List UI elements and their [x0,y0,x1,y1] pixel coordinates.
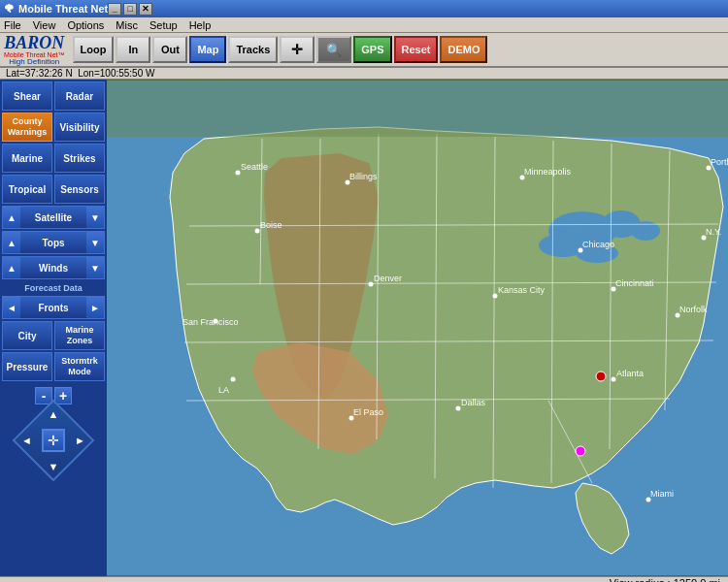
satellite-label: Satellite [20,212,86,223]
sidebar-row-1: Shear Radar [2,81,105,111]
maximize-button[interactable]: □ [123,3,137,16]
winds-next-button[interactable]: ▼ [86,257,104,278]
title-bar: 🌪 Mobile Threat Net _ □ ✕ [0,0,728,17]
sidebar-row-city: City MarineZones [2,321,105,350]
satellite-row: ▲ Satellite ▼ [2,206,105,229]
nav-center-button[interactable]: ✛ [42,429,65,452]
minimize-button[interactable]: _ [108,3,121,16]
fronts-control: ◄ Fronts ► [2,296,105,319]
gps-button[interactable]: GPS [353,36,391,63]
strikes-button[interactable]: Strikes [54,144,105,173]
fronts-label: Fronts [20,303,86,313]
reset-button[interactable]: Reset [394,36,439,63]
tropical-button[interactable]: Tropical [2,175,52,204]
svg-text:Denver: Denver [374,274,402,283]
nav-left-button[interactable]: ◄ [21,435,32,446]
stormtrk-button[interactable]: StormtrkMode [54,352,105,381]
tops-label: Tops [20,238,86,248]
svg-point-26 [231,377,236,382]
svg-text:El Paso: El Paso [353,407,383,417]
shear-button[interactable]: Shear [2,81,52,111]
fronts-next-button[interactable]: ► [86,297,104,318]
sidebar: Shear Radar CountyWarnings Visibility Ma… [0,80,107,576]
marine-button[interactable]: Marine [2,144,52,173]
app-icon: 🌪 [4,3,15,15]
coords-lon: Lon=100:55:50 W [78,68,154,79]
map-svg: Seattle Boise San Francisco LA Billings … [107,80,728,576]
menu-misc[interactable]: Misc [116,19,138,31]
menu-file[interactable]: File [4,19,21,31]
svg-text:Norfolk: Norfolk [679,305,708,314]
svg-text:LA: LA [218,385,229,395]
nav-diamond: ▲ ▼ ◄ ► ✛ [19,406,87,474]
demo-button[interactable]: DEMO [440,36,487,63]
svg-text:Boise: Boise [260,220,282,230]
sidebar-row-4: Tropical Sensors [2,175,105,204]
nav-right-button[interactable]: ► [75,435,85,446]
winds-label: Winds [20,263,86,274]
svg-text:Billings: Billings [349,172,378,181]
svg-point-30 [369,282,374,287]
satellite-control: ▲ Satellite ▼ [2,206,105,229]
svg-text:Atlanta: Atlanta [616,369,644,378]
in-button[interactable]: In [116,36,150,63]
svg-text:San Francisco: San Francisco [182,317,239,327]
nav-up-button[interactable]: ▲ [49,408,59,420]
satellite-prev-button[interactable]: ▲ [3,207,20,228]
out-button[interactable]: Out [152,36,187,63]
search-button[interactable]: 🔍 [316,36,351,63]
fronts-row: ◄ Fronts ► [2,296,105,319]
nav-control: - + ▲ ▼ ◄ ► ✛ [19,387,87,474]
svg-point-55 [576,446,585,456]
svg-point-20 [236,171,241,176]
coords-bar: Lat=37:32:26 N Lon=100:55:50 W [0,68,728,80]
svg-point-54 [596,372,606,381]
fronts-prev-button[interactable]: ◄ [3,297,20,318]
close-button[interactable]: ✕ [139,3,152,16]
view-radius: View radius : 1250.0 mi [610,577,720,582]
status-bar: View radius : 1250.0 mi [0,576,728,582]
svg-text:Cincinnati: Cincinnati [615,278,654,288]
plus-button[interactable]: ✛ [280,36,314,63]
menu-setup[interactable]: Setup [149,19,178,31]
window-controls: _ □ ✕ [108,3,152,16]
menu-options[interactable]: Options [67,19,104,31]
marine-zones-button[interactable]: MarineZones [54,321,105,350]
main-container: BARON Mobile Threat Net™ High Definition… [0,33,728,582]
tops-next-button[interactable]: ▼ [86,232,104,253]
svg-point-36 [493,294,498,299]
tops-prev-button[interactable]: ▲ [3,232,20,253]
logo-area: BARON Mobile Threat Net™ High Definition [4,34,65,66]
svg-text:Miami: Miami [650,489,674,499]
menu-view[interactable]: View [33,19,56,31]
tracks-button[interactable]: Tracks [228,36,278,63]
nav-down-button[interactable]: ▼ [49,461,59,472]
sidebar-row-pressure: Pressure StormtrkMode [2,352,105,381]
winds-prev-button[interactable]: ▲ [3,257,20,278]
svg-text:Minneapolis: Minneapolis [524,167,572,177]
content-area: Shear Radar CountyWarnings Visibility Ma… [0,80,728,576]
winds-control: ▲ Winds ▼ [2,256,105,279]
map-area[interactable]: Seattle Boise San Francisco LA Billings … [107,80,728,576]
loop-button[interactable]: Loop [73,36,115,63]
toolbar: BARON Mobile Threat Net™ High Definition… [0,33,728,68]
svg-rect-19 [107,81,728,137]
coords-lat: Lat=37:32:26 N [6,68,73,79]
map-button[interactable]: Map [189,36,226,63]
satellite-next-button[interactable]: ▼ [86,207,104,228]
svg-point-22 [255,229,260,234]
city-button[interactable]: City [2,321,52,350]
svg-text:Chicago: Chicago [582,240,614,249]
title-text: Mobile Threat Net [18,3,108,15]
pressure-button[interactable]: Pressure [2,352,52,381]
svg-text:Portland: Portland [711,157,728,167]
sidebar-row-3: Marine Strikes [2,144,105,173]
menu-bar: File View Options Misc Setup Help [0,17,728,33]
visibility-button[interactable]: Visibility [54,113,105,142]
winds-row: ▲ Winds ▼ [2,256,105,279]
menu-help[interactable]: Help [189,19,212,31]
radar-button[interactable]: Radar [54,81,105,111]
county-warnings-button[interactable]: CountyWarnings [2,113,52,142]
sensors-button[interactable]: Sensors [54,175,105,204]
svg-point-34 [456,406,461,411]
